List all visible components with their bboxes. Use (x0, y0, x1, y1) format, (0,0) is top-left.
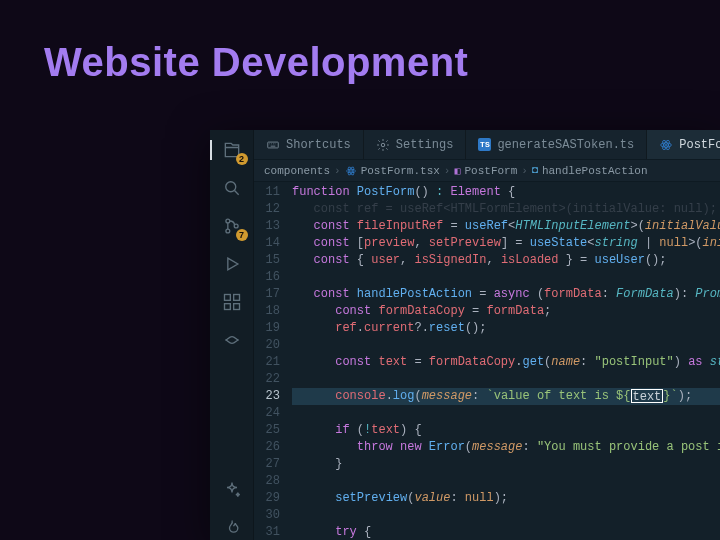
symbol-method-icon: ◧ (454, 165, 460, 177)
code-content[interactable]: function PostForm() : Element { const re… (288, 182, 720, 540)
tab-label: generateSASToken.ts (497, 138, 634, 152)
svg-rect-5 (233, 295, 239, 301)
svg-rect-8 (268, 142, 279, 148)
flame-icon[interactable] (220, 516, 244, 540)
line-number-gutter: 1112131415161718192021222324252627282930… (254, 182, 288, 540)
chevron-right-icon: › (521, 165, 528, 177)
svg-point-0 (225, 182, 235, 192)
tab-label: Settings (396, 138, 454, 152)
code-line[interactable]: throw new Error(message: "You must provi… (292, 439, 720, 456)
svg-point-14 (350, 170, 352, 172)
code-line[interactable]: const text = formDataCopy.get(name: "pos… (292, 354, 720, 371)
breadcrumb-item[interactable]: ◘ handlePostAction (532, 165, 648, 177)
keyboard-icon (266, 138, 280, 152)
breadcrumb-label: handlePostAction (542, 165, 648, 177)
code-line[interactable] (292, 371, 720, 388)
svg-point-1 (225, 219, 229, 223)
code-editor: Shortcuts Settings TS generateSASToken.t… (210, 130, 720, 540)
code-line[interactable]: try { (292, 524, 720, 540)
explorer-icon[interactable]: 2 (220, 138, 244, 162)
code-line[interactable] (292, 405, 720, 422)
editor-tabbar: Shortcuts Settings TS generateSASToken.t… (254, 130, 720, 160)
tab-postform[interactable]: PostForm.tsx 3, M (647, 130, 720, 159)
chevron-right-icon: › (334, 165, 341, 177)
extensions-icon[interactable] (220, 290, 244, 314)
text-cursor: text (631, 389, 664, 403)
tab-shortcuts[interactable]: Shortcuts (254, 130, 364, 159)
code-line[interactable]: } (292, 456, 720, 473)
symbol-variable-icon: ◘ (532, 165, 538, 176)
tab-settings[interactable]: Settings (364, 130, 467, 159)
activity-bar: 2 7 (210, 130, 254, 540)
source-control-icon[interactable]: 7 (220, 214, 244, 238)
code-line[interactable]: const [preview, setPreview] = useState<s… (292, 235, 720, 252)
page-title: Website Development (44, 40, 468, 85)
code-line[interactable] (292, 269, 720, 286)
code-line[interactable]: console.log(message: `value of text is $… (292, 388, 720, 405)
code-line[interactable]: if (!text) { (292, 422, 720, 439)
remote-icon[interactable] (220, 328, 244, 352)
code-line[interactable] (292, 473, 720, 490)
code-line[interactable]: function PostForm() : Element { (292, 184, 720, 201)
svg-point-9 (381, 143, 385, 147)
breadcrumb-label: PostForm.tsx (361, 165, 440, 177)
code-line[interactable]: const fileInputRef = useRef<HTMLInputEle… (292, 218, 720, 235)
code-line[interactable] (292, 507, 720, 524)
breadcrumb-item[interactable]: PostForm.tsx (345, 165, 440, 177)
editor-viewport[interactable]: 1112131415161718192021222324252627282930… (254, 182, 720, 540)
typescript-icon: TS (478, 138, 491, 151)
code-line[interactable]: const ref = useRef<HTMLFormElement>(init… (292, 201, 720, 218)
tab-generate-sas-token[interactable]: TS generateSASToken.ts (466, 130, 647, 159)
tab-label: PostForm.tsx (679, 138, 720, 152)
svg-rect-6 (224, 304, 230, 310)
breadcrumb-item[interactable]: ◧ PostForm (454, 165, 517, 177)
sparkle-icon[interactable] (220, 478, 244, 502)
gear-icon (376, 138, 390, 152)
scm-badge: 7 (236, 229, 248, 241)
svg-rect-4 (224, 295, 230, 301)
code-line[interactable] (292, 337, 720, 354)
explorer-badge: 2 (236, 153, 248, 165)
breadcrumb[interactable]: components › PostForm.tsx › ◧ PostForm ›… (254, 160, 720, 182)
run-debug-icon[interactable] (220, 252, 244, 276)
react-icon (345, 165, 357, 177)
breadcrumb-item[interactable]: components (264, 165, 330, 177)
svg-point-10 (665, 144, 667, 146)
code-line[interactable]: const formDataCopy = formData; (292, 303, 720, 320)
breadcrumb-label: components (264, 165, 330, 177)
react-icon (659, 138, 673, 152)
breadcrumb-label: PostForm (464, 165, 517, 177)
code-line[interactable]: ref.current?.reset(); (292, 320, 720, 337)
svg-point-2 (225, 229, 229, 233)
search-icon[interactable] (220, 176, 244, 200)
code-line[interactable]: const { user, isSignedIn, isLoaded } = u… (292, 252, 720, 269)
tab-label: Shortcuts (286, 138, 351, 152)
chevron-right-icon: › (444, 165, 451, 177)
svg-rect-7 (233, 304, 239, 310)
code-line[interactable]: const handlePostAction = async (formData… (292, 286, 720, 303)
code-line[interactable]: setPreview(value: null); (292, 490, 720, 507)
